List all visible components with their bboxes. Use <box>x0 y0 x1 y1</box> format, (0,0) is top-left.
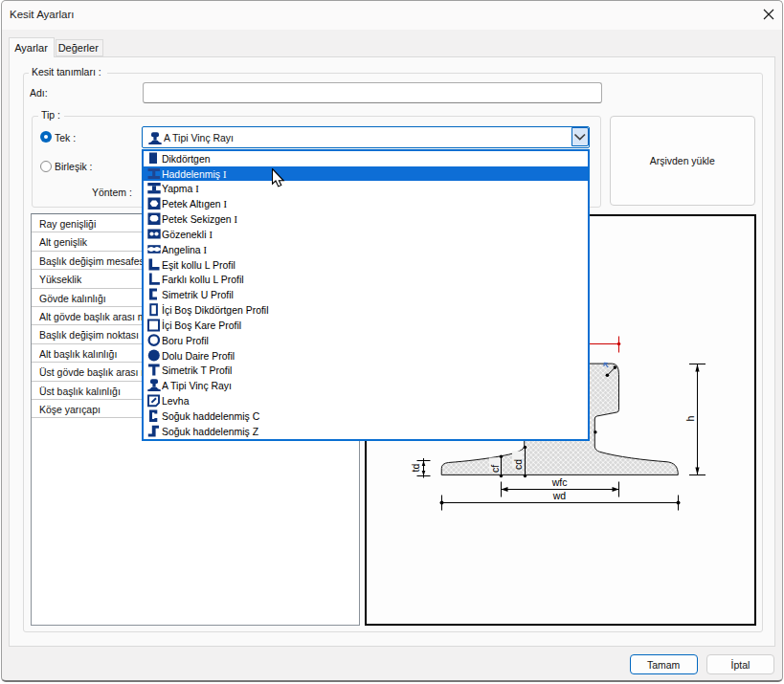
svg-text:wfc: wfc <box>551 476 568 488</box>
svg-text:td: td <box>410 464 421 473</box>
svg-text:wd: wd <box>552 490 567 501</box>
svg-text:cd: cd <box>512 459 524 470</box>
svg-text:cf: cf <box>489 465 501 473</box>
svg-text:h: h <box>684 416 696 422</box>
